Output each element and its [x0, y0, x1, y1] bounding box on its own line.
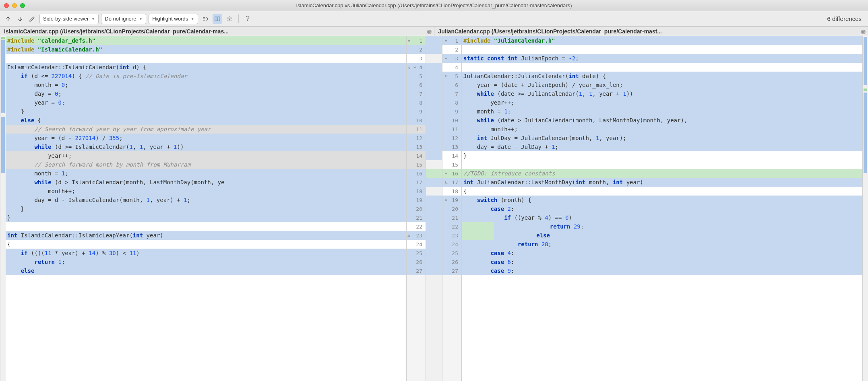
- right-overview[interactable]: [862, 36, 868, 381]
- sync-scroll-icon[interactable]: [213, 14, 222, 24]
- minimize-window[interactable]: [12, 3, 17, 8]
- code-line[interactable]: if ((((11 * year) + 14) % 30) < 11): [6, 249, 406, 257]
- gutter-line: 14: [442, 151, 461, 160]
- code-line[interactable]: IslamicCalendar::IslamicCalendar(int d) …: [6, 63, 406, 72]
- collapse-icon[interactable]: [200, 14, 210, 24]
- code-line[interactable]: {: [462, 187, 862, 196]
- code-line[interactable]: switch (month) {: [462, 196, 862, 204]
- edit-icon[interactable]: [27, 14, 37, 24]
- viewer-mode-combo[interactable]: Side-by-side viewer ▼: [39, 14, 99, 24]
- code-line[interactable]: while (d >= IslamicCalendar(1, 1, year +…: [6, 142, 406, 151]
- gutter-line: 25: [407, 249, 426, 257]
- gutter-line: 7: [407, 89, 426, 98]
- right-code[interactable]: #include "JulianCalendar.h"static const …: [462, 36, 862, 381]
- left-pane: #include "calendar_defs.h"#include "Isla…: [6, 36, 426, 381]
- code-line[interactable]: //TODO: introduce constants: [462, 169, 862, 178]
- gutter-line: 18: [442, 187, 461, 196]
- gutter-line: 24: [442, 240, 461, 249]
- code-line[interactable]: static const int JulianEpoch = -2;: [462, 54, 862, 63]
- gutter-line: 6: [407, 80, 426, 89]
- right-file-label: JulianCalendar.cpp (/Users/jetbrains/CLi…: [438, 28, 662, 35]
- gutter-line: 4⇆ »: [407, 63, 426, 72]
- separator: [238, 14, 239, 23]
- ignore-mode-combo[interactable]: Do not ignore ▼: [101, 14, 146, 24]
- gutter-line: 4: [442, 63, 461, 72]
- code-line[interactable]: while (date >= JulianCalendar(1, 1, year…: [462, 89, 862, 98]
- gutter-line: 17: [407, 178, 426, 187]
- code-line[interactable]: JulianCalendar::JulianCalendar(int date)…: [462, 72, 862, 80]
- code-line[interactable]: case 9:: [462, 266, 862, 275]
- code-line[interactable]: }: [462, 151, 862, 160]
- code-line[interactable]: #include "calendar_defs.h": [6, 36, 406, 45]
- code-line[interactable]: {: [6, 240, 406, 249]
- code-line[interactable]: while (d > IslamicCalendar(month, LastMo…: [6, 178, 406, 187]
- code-line[interactable]: month++;: [462, 125, 862, 134]
- code-line[interactable]: month = 0;: [6, 80, 406, 89]
- code-line[interactable]: day = date - JulDay + 1;: [462, 142, 862, 151]
- code-line[interactable]: year = 0;: [6, 98, 406, 107]
- code-line[interactable]: // Search forward year by year from appr…: [6, 125, 406, 134]
- code-line[interactable]: }: [6, 107, 406, 116]
- gutter-line: 6: [442, 80, 461, 89]
- gutter-line: 26: [407, 257, 426, 266]
- code-line[interactable]: month++;: [6, 187, 406, 196]
- code-line[interactable]: year = (date + JulianEpoch) / year_max_l…: [462, 80, 862, 89]
- code-line[interactable]: [462, 63, 862, 72]
- code-line[interactable]: case 2:: [462, 204, 862, 213]
- code-line[interactable]: [6, 222, 406, 231]
- code-line[interactable]: while (date > JulianCalendar(month, Last…: [462, 116, 862, 125]
- code-line[interactable]: return 1;: [6, 257, 406, 266]
- diff-splitter[interactable]: [426, 36, 442, 381]
- code-line[interactable]: month = 1;: [462, 107, 862, 116]
- gutter-line: 17⇆: [442, 178, 461, 187]
- code-line[interactable]: int JulDay = JulianCalendar(month, 1, ye…: [462, 134, 862, 142]
- code-line[interactable]: case 6:: [462, 257, 862, 266]
- gutter-line: 25: [442, 249, 461, 257]
- next-diff-icon[interactable]: [15, 14, 25, 24]
- code-line[interactable]: if ((year % 4) == 0): [462, 213, 862, 222]
- code-line[interactable]: year++;: [6, 151, 406, 160]
- left-overview[interactable]: [0, 36, 6, 381]
- gutter-line: 11: [407, 125, 426, 134]
- close-window[interactable]: [4, 3, 9, 8]
- code-line[interactable]: else {: [6, 116, 406, 125]
- gutter-line: 18: [407, 187, 426, 196]
- code-line[interactable]: int IslamicCalendar::IslamicLeapYear(int…: [6, 231, 406, 240]
- code-line[interactable]: #include "JulianCalendar.h": [462, 36, 862, 45]
- diff-count: 6 differences: [827, 15, 865, 22]
- code-line[interactable]: year = (d - 227014) / 355;: [6, 134, 406, 142]
- help-icon[interactable]: ?: [243, 14, 252, 24]
- code-line[interactable]: #include "IslamicCalendar.h": [6, 45, 406, 54]
- gutter-line: 23: [442, 231, 461, 240]
- code-line[interactable]: [462, 45, 862, 54]
- gutter-line: 5: [407, 72, 426, 80]
- right-gutter: 1«23«45⇆678910111213141516«17⇆1819«20212…: [442, 36, 462, 381]
- readonly-icon[interactable]: ◉: [427, 28, 432, 35]
- code-line[interactable]: [6, 54, 406, 63]
- maximize-window[interactable]: [20, 3, 25, 8]
- code-line[interactable]: case 4:: [462, 249, 862, 257]
- code-line[interactable]: return 29;: [462, 222, 862, 231]
- code-line[interactable]: else: [6, 266, 406, 275]
- code-line[interactable]: month = 1;: [6, 169, 406, 178]
- code-line[interactable]: if (d <= 227014) { // Date is pre-Islami…: [6, 72, 406, 80]
- code-line[interactable]: }: [6, 204, 406, 213]
- code-line[interactable]: return 28;: [462, 240, 862, 249]
- prev-diff-icon[interactable]: [3, 14, 13, 24]
- code-line[interactable]: else: [462, 231, 862, 240]
- gutter-line: 16: [407, 169, 426, 178]
- settings-icon[interactable]: [225, 14, 234, 24]
- code-line[interactable]: [462, 160, 862, 169]
- readonly-icon[interactable]: ◉: [861, 28, 866, 35]
- code-line[interactable]: day = d - IslamicCalendar(month, 1, year…: [6, 196, 406, 204]
- code-line[interactable]: day = 0;: [6, 89, 406, 98]
- code-line[interactable]: // Search forward month by month from Mu…: [6, 160, 406, 169]
- highlight-mode-combo[interactable]: Highlight words ▼: [149, 14, 198, 24]
- chevron-down-icon: ▼: [138, 16, 143, 21]
- ignore-mode-label: Do not ignore: [105, 16, 136, 22]
- code-line[interactable]: year++;: [462, 98, 862, 107]
- gutter-line: 12: [442, 134, 461, 142]
- code-line[interactable]: int JulianCalendar::LastMonthDay(int mon…: [462, 178, 862, 187]
- left-code[interactable]: #include "calendar_defs.h"#include "Isla…: [6, 36, 406, 381]
- code-line[interactable]: }: [6, 213, 406, 222]
